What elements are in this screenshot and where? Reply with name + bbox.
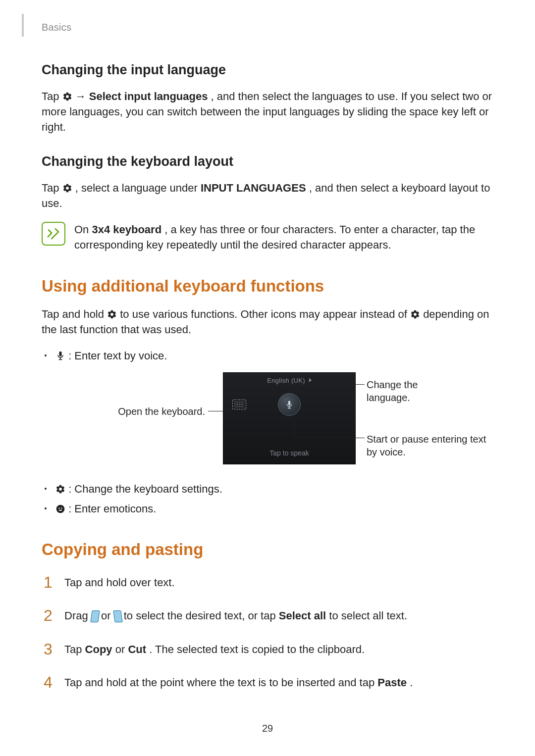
callout-voice: Start or pause entering text by voice. bbox=[367, 433, 495, 458]
paragraph-kb-functions: Tap and hold to use various functions. O… bbox=[42, 306, 493, 337]
note-text: On 3x4 keyboard , a key has three or fou… bbox=[74, 222, 493, 252]
text: Tap bbox=[64, 643, 85, 655]
list-item-content: : Enter emoticons. bbox=[55, 501, 156, 516]
text-bold: INPUT LANGUAGES bbox=[201, 182, 306, 194]
bullet-icon bbox=[45, 354, 47, 356]
svg-rect-3 bbox=[288, 408, 291, 409]
note-box: On 3x4 keyboard , a key has three or fou… bbox=[42, 222, 493, 252]
svg-rect-2 bbox=[289, 407, 290, 408]
callout-open-keyboard: Open the keyboard. bbox=[116, 405, 205, 418]
text: Tap bbox=[42, 182, 62, 194]
text: Tap and hold at the point where the text… bbox=[64, 676, 377, 689]
step-text: Tap Copy or Cut . The selected text is c… bbox=[64, 642, 365, 657]
list-item-content: : Change the keyboard settings. bbox=[55, 481, 222, 497]
step-text: Drag or to select the desired text, or t… bbox=[64, 608, 407, 623]
triangle-icon bbox=[309, 378, 312, 382]
svg-point-5 bbox=[58, 507, 59, 508]
step-text: Tap and hold over text. bbox=[64, 575, 175, 590]
gear-icon bbox=[55, 484, 65, 494]
keyboard-icon bbox=[232, 400, 246, 409]
heading-input-language: Changing the input language bbox=[42, 62, 493, 78]
list-item-content: : Enter text by voice. bbox=[55, 348, 167, 363]
leader-line bbox=[208, 411, 232, 411]
list-item-label: : Enter emoticons. bbox=[68, 503, 156, 515]
text-bold: Select all bbox=[279, 609, 326, 622]
leader-line bbox=[294, 420, 295, 438]
leader-line bbox=[295, 438, 365, 438]
text: . bbox=[410, 676, 413, 689]
text: Drag bbox=[64, 609, 91, 622]
smiley-icon bbox=[55, 504, 65, 514]
text-bold: 3x4 keyboard bbox=[92, 223, 161, 236]
step-item: Tap and hold over text. bbox=[42, 570, 493, 592]
bullet-icon bbox=[45, 507, 47, 509]
text: to use various functions. Other icons ma… bbox=[120, 308, 410, 320]
list-item-label: : Change the keyboard settings. bbox=[68, 483, 222, 495]
heading-copy-paste: Copying and pasting bbox=[42, 540, 493, 559]
step-item: Tap and hold at the point where the text… bbox=[42, 670, 493, 692]
bullet-icon bbox=[45, 488, 47, 490]
svg-rect-0 bbox=[60, 358, 61, 359]
gear-icon bbox=[410, 309, 420, 319]
bullet-list-kb-functions-2: : Change the keyboard settings. : Enter … bbox=[42, 481, 493, 516]
tap-to-speak-label: Tap to speak bbox=[223, 449, 355, 457]
text: to select all text. bbox=[329, 609, 407, 622]
gear-icon bbox=[62, 92, 72, 101]
phone-screenshot: English (UK) Tap to speak bbox=[223, 372, 356, 464]
text-bold: Cut bbox=[128, 643, 146, 655]
steps-copy-paste: Tap and hold over text. Drag or to selec… bbox=[42, 570, 493, 693]
heading-additional-keyboard-functions: Using additional keyboard functions bbox=[42, 277, 493, 296]
note-icon bbox=[42, 222, 65, 246]
svg-rect-1 bbox=[59, 359, 62, 360]
leader-line bbox=[286, 384, 365, 385]
text: or bbox=[101, 609, 114, 622]
text: Tap bbox=[42, 90, 62, 102]
paragraph-input-language: Tap → Select input languages , and then … bbox=[42, 89, 493, 135]
list-item: : Enter emoticons. bbox=[42, 501, 493, 516]
heading-keyboard-layout: Changing the keyboard layout bbox=[42, 154, 493, 169]
manual-page: Basics Changing the input language Tap →… bbox=[0, 0, 535, 756]
list-item: : Change the keyboard settings. bbox=[42, 481, 493, 497]
gear-icon bbox=[62, 183, 72, 193]
mid-row bbox=[223, 400, 355, 409]
svg-point-4 bbox=[56, 504, 65, 513]
selection-handle-left-icon bbox=[91, 610, 98, 621]
text-bold: Paste bbox=[377, 676, 407, 689]
callout-change-language: Change the language. bbox=[367, 378, 451, 404]
text: or bbox=[115, 643, 128, 655]
current-language-label: English (UK) bbox=[267, 377, 305, 384]
text: On bbox=[74, 223, 92, 236]
svg-point-6 bbox=[61, 507, 62, 508]
list-item-label: : Enter text by voice. bbox=[68, 350, 167, 362]
microphone-icon bbox=[55, 350, 65, 361]
text: . The selected text is copied to the cli… bbox=[149, 643, 365, 655]
text: to select the desired text, or tap bbox=[124, 609, 279, 622]
list-item: : Enter text by voice. bbox=[42, 348, 493, 363]
microphone-button bbox=[278, 393, 301, 416]
text: Tap and hold bbox=[42, 308, 107, 320]
section-breadcrumb: Basics bbox=[42, 14, 493, 33]
header-rule bbox=[22, 14, 24, 37]
text-bold: Copy bbox=[85, 643, 112, 655]
text: → bbox=[75, 90, 89, 102]
gear-icon bbox=[107, 309, 117, 319]
selection-handle-right-icon bbox=[114, 610, 121, 621]
voice-input-diagram: English (UK) Tap to speak Open the keybo… bbox=[84, 372, 451, 471]
bullet-list-kb-functions: : Enter text by voice. bbox=[42, 348, 493, 363]
step-text: Tap and hold at the point where the text… bbox=[64, 675, 413, 690]
page-number: 29 bbox=[0, 723, 535, 734]
text: , select a language under bbox=[75, 182, 201, 194]
language-row: English (UK) bbox=[223, 373, 355, 384]
step-item: Tap Copy or Cut . The selected text is c… bbox=[42, 637, 493, 659]
step-item: Drag or to select the desired text, or t… bbox=[42, 603, 493, 625]
page-header: Basics bbox=[42, 14, 493, 44]
text-bold: Select input languages bbox=[89, 90, 208, 102]
paragraph-keyboard-layout: Tap , select a language under INPUT LANG… bbox=[42, 180, 493, 211]
